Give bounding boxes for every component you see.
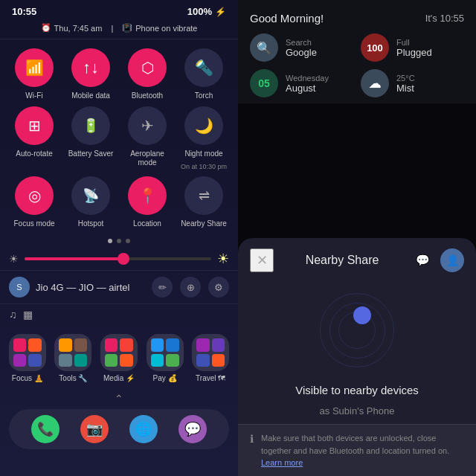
torch-label: Torch xyxy=(195,91,213,100)
date-circle-text: 05 xyxy=(258,77,270,89)
info-cards-grid: 🔍 Search Google 100 Full Plugged 05 Wedn… xyxy=(238,33,476,103)
toggle-focus-mode[interactable]: ◎ Focus mode xyxy=(9,176,60,228)
hotspot-icon: 📡 xyxy=(83,187,99,204)
folder-label-media: Media ⚡ xyxy=(103,374,135,382)
weather-circle-icon: ☁ xyxy=(369,77,381,91)
folder-icon-travel xyxy=(192,334,229,371)
focus-mode-icon: ◎ xyxy=(28,187,41,205)
folder-tools[interactable]: Tools 🔧 xyxy=(54,334,94,382)
battery-circle: 100 xyxy=(361,33,389,62)
edit-network-button[interactable]: ✏ xyxy=(152,277,173,298)
media-grid-icon: ▦ xyxy=(23,309,33,321)
brightness-high-icon: ☀ xyxy=(217,251,229,267)
device-name-text: as Subin's Phone xyxy=(320,405,395,416)
info-card-battery[interactable]: 100 Full Plugged xyxy=(361,33,464,62)
settings-button[interactable]: ⚙ xyxy=(208,277,229,298)
auto-rotate-icon: ⊞ xyxy=(28,117,41,135)
folder-label-pay: Pay 💰 xyxy=(153,374,177,382)
nearby-share-sheet: ✕ Nearby Share 💬 👤 xyxy=(238,238,476,476)
music-note-icon: ♫ xyxy=(9,309,17,321)
auto-rotate-label: Auto-rotate xyxy=(16,149,52,158)
aeroplane-icon: ✈ xyxy=(141,117,154,135)
folder-label-travel: Travel 🗺 xyxy=(196,374,225,382)
night-mode-icon-bg: 🌙 xyxy=(184,106,223,145)
wifi-icon-bg: 📶 xyxy=(15,48,54,87)
night-mode-label: Night mode xyxy=(184,149,222,158)
folder-icon-focus xyxy=(9,334,46,371)
toggle-aeroplane[interactable]: ✈ Aeroplane mode xyxy=(122,106,173,170)
dock-browser[interactable]: 🌐 xyxy=(129,415,158,443)
toggle-battery-saver[interactable]: 🔋 Battery Saver xyxy=(65,106,116,170)
nearby-share-title: Nearby Share xyxy=(306,254,379,267)
top-info-area: Good Morning! It's 10:55 xyxy=(238,0,476,33)
toggle-wifi[interactable]: 📶 Wi-Fi xyxy=(9,48,60,100)
vibrate-text: Phone on vibrate xyxy=(135,24,197,33)
info-card-date[interactable]: 05 Wednesday August xyxy=(250,69,353,97)
close-nearby-share-button[interactable]: ✕ xyxy=(250,248,274,272)
page-dots xyxy=(0,234,238,248)
folder-focus[interactable]: Focus 🧘 xyxy=(7,334,48,382)
toggle-night-mode[interactable]: 🌙 Night mode On at 10:30 pm xyxy=(178,106,229,170)
network-row: S Jio 4G — JIO — airtel ✏ ⊕ ⚙ xyxy=(0,270,238,303)
right-panel: Good Morning! It's 10:55 🔍 Search Google… xyxy=(238,0,476,476)
toggle-nearby-share[interactable]: ⇌ Nearby Share xyxy=(178,176,229,228)
toggle-hotspot[interactable]: 📡 Hotspot xyxy=(65,176,116,228)
footer-info-text: Make sure that both devices are unlocked… xyxy=(261,432,464,469)
date-label: Wednesday xyxy=(286,74,329,83)
battery-percent: 100% xyxy=(187,6,212,17)
wifi-label: Wi-Fi xyxy=(25,91,42,100)
wifi-icon: 📶 xyxy=(25,59,44,77)
toggle-bluetooth[interactable]: ⬡ Bluetooth xyxy=(122,48,173,100)
visible-to-nearby-text: Visible to nearby devices xyxy=(295,384,419,396)
sheet-body: Visible to nearby devices as Subin's Pho… xyxy=(238,278,476,424)
footer-main-text: Make sure that both devices are unlocked… xyxy=(261,434,449,455)
dock-phone[interactable]: 📞 xyxy=(31,415,60,443)
learn-more-link[interactable]: Learn more xyxy=(261,458,303,467)
hotspot-icon-bg: 📡 xyxy=(71,176,110,215)
weather-value: Mist xyxy=(396,83,415,94)
dot-3 xyxy=(126,239,130,243)
network-name: Jio 4G — JIO — airtel xyxy=(36,282,146,293)
hotspot-label: Hotspot xyxy=(78,219,103,228)
toggle-location[interactable]: 📍 Location xyxy=(122,176,173,228)
battery-saver-icon: 🔋 xyxy=(83,118,99,134)
brightness-slider[interactable] xyxy=(25,257,211,260)
info-card-search[interactable]: 🔍 Search Google xyxy=(250,33,353,62)
globe-button[interactable]: ⊕ xyxy=(180,277,201,298)
nearby-share-icon: ⇌ xyxy=(199,187,210,204)
date-value: August xyxy=(286,83,329,94)
torch-icon-bg: 🔦 xyxy=(184,48,223,87)
toggle-torch[interactable]: 🔦 Torch xyxy=(178,48,229,100)
bottom-dock: 📞 📷 🌐 💬 xyxy=(9,409,229,449)
chat-icon: 💬 xyxy=(416,254,430,267)
left-panel: 10:55 100% ⚡ ⏰ Thu, 7:45 am | 📳 Phone on… xyxy=(0,0,238,476)
app-folders-grid: Focus 🧘 Tools 🔧 Media ⚡ xyxy=(0,328,238,388)
user-avatar[interactable]: 👤 xyxy=(440,248,464,272)
greeting-text: Good Morning! xyxy=(250,12,324,25)
avatar-placeholder: 👤 xyxy=(446,254,459,266)
date-card-text: Wednesday August xyxy=(286,74,329,94)
radar-dot xyxy=(353,306,371,324)
info-icon: ℹ xyxy=(250,433,254,445)
greeting-row: Good Morning! It's 10:55 xyxy=(250,12,464,25)
toggle-auto-rotate[interactable]: ⊞ Auto-rotate xyxy=(9,106,60,170)
dock-camera[interactable]: 📷 xyxy=(80,415,109,443)
location-icon-bg: 📍 xyxy=(128,176,167,215)
chat-icon-button[interactable]: 💬 xyxy=(411,248,434,272)
folder-media[interactable]: Media ⚡ xyxy=(99,334,139,382)
alarm-item: ⏰ Thu, 7:45 am xyxy=(41,23,103,33)
folder-pay[interactable]: Pay 💰 xyxy=(145,334,185,382)
dock-messages[interactable]: 💬 xyxy=(178,415,207,443)
folder-travel[interactable]: Travel 🗺 xyxy=(190,334,231,382)
status-bar: 10:55 100% ⚡ xyxy=(0,0,238,20)
date-circle: 05 xyxy=(250,69,278,97)
sheet-footer: ℹ Make sure that both devices are unlock… xyxy=(238,424,476,476)
bottom-arrow: ⌃ xyxy=(0,388,238,409)
battery-value: Plugged xyxy=(396,47,432,58)
info-card-weather[interactable]: ☁ 25°C Mist xyxy=(361,69,464,97)
toggle-mobile-data[interactable]: ↑↓ Mobile data xyxy=(65,48,116,100)
vibrate-item: 📳 Phone on vibrate xyxy=(122,23,197,33)
battery-circle-text: 100 xyxy=(367,42,383,54)
mobile-data-icon: ↑↓ xyxy=(83,58,99,77)
battery-card-text: Full Plugged xyxy=(396,38,432,58)
